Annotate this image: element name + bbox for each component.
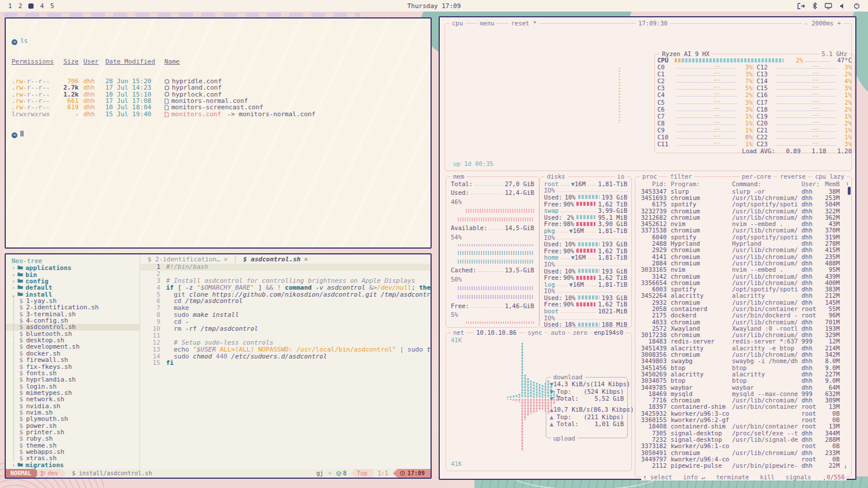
tree-folder-migrations[interactable]: ›migrations <box>6 462 139 468</box>
proc-tab[interactable]: proc <box>640 173 659 180</box>
tree-file-plymouth.sh[interactable]: │ $plymouth.sh <box>6 416 139 422</box>
workspace-4[interactable]: 4 <box>40 2 44 10</box>
process-row[interactable]: 2058containerd/usr/bin/containerroot55M0… <box>639 305 848 312</box>
logout-icon[interactable] <box>797 3 805 9</box>
process-row[interactable]: 18408containerd-shim/usr/bin/containerro… <box>639 423 848 430</box>
process-row[interactable]: 2488HyprlandHyprlanddhh278M0.1 <box>639 240 848 246</box>
editor-pane[interactable]: $ 2-identification…×│$ asdcontrol.sh× 1#… <box>141 254 431 469</box>
menu-tab[interactable]: menu <box>477 20 496 27</box>
process-row[interactable]: 2572XwaylandXwayland :0 -rootldhh193M0.0 <box>639 325 848 331</box>
code-line[interactable]: 10 rm -rf /tmp/asdcontrol <box>141 326 431 332</box>
workspace-5[interactable]: 5 <box>50 2 54 10</box>
update-interval[interactable]: - 2000ms + <box>802 20 843 27</box>
process-command: /usr/lib/chromium/ <box>732 246 801 253</box>
process-row[interactable]: 3452264alacrittyalacrittydhh212M0.0 <box>639 293 848 299</box>
footer-signals[interactable]: signals <box>786 474 822 480</box>
tree-file-network.sh[interactable]: │ $network.sh <box>6 396 139 402</box>
display-icon[interactable] <box>825 3 832 9</box>
tree-file-ruby.sh[interactable]: │ $ruby.sh <box>6 435 139 442</box>
process-row[interactable]: 3033165nvimnvim --embed .dhh95M0.0 <box>639 267 848 273</box>
process-row[interactable]: 7716chromium/usr/lib/chromium/dhh309M0.0 <box>639 397 848 404</box>
net-auto[interactable]: auto <box>549 329 568 336</box>
mem-tab[interactable]: mem <box>451 173 466 180</box>
process-row[interactable]: 2175dockerd/usr/bin/dockerd -root96M0.0 <box>639 312 848 319</box>
process-row[interactable]: 6175spotify/opt/spotify/spotidhh504M0.1 <box>639 201 848 208</box>
tree-file-firewall.sh[interactable]: │ $firewall.sh <box>6 357 139 363</box>
process-row[interactable]: 18469mysqldmysqld --max-conne999632M0.0 <box>639 390 848 397</box>
footer-info[interactable]: info ↵ <box>683 474 716 480</box>
process-row[interactable]: 3356654chromium/usr/lib/chromium/dhh400M… <box>639 279 848 286</box>
code-line[interactable]: 1#!/bin/bash <box>141 264 431 271</box>
workspace-1[interactable]: 1 <box>8 2 12 10</box>
process-row[interactable]: 2932chromium/usr/lib/chromium/dhh145M0.0 <box>639 299 848 305</box>
buffer-tab[interactable]: $ asdcontrol.sh× <box>243 256 308 263</box>
process-row[interactable]: 6003spotify/opt/spotify/spotidhh383M0.0 <box>639 286 848 292</box>
process-row[interactable]: 3371538chromium/usr/lib/chromium/dhh370M… <box>639 227 848 234</box>
process-row[interactable]: 3425932kworker/u96:3-coroot0B0.0 <box>639 410 848 416</box>
process-row[interactable]: 7232signal-desktop/usr/lib/signal-dedhh2… <box>639 436 848 442</box>
file-name[interactable]: monitors.conf -> monitors-normal.conf <box>159 111 315 117</box>
process-row[interactable]: 3449785waybarwaybardhh64M0.0 <box>639 384 848 390</box>
net-tab[interactable]: net <box>451 329 466 336</box>
process-row[interactable]: 3360155kworker/u96:2-gfroot0B0.0 <box>639 416 848 423</box>
process-row[interactable]: 3008356chromium/usr/lib/chromium/dhh342M… <box>639 351 848 357</box>
process-row[interactable]: 2929chromium/usr/lib/chromium/dhh415M0.0 <box>639 247 848 253</box>
filter-tab[interactable]: filter <box>668 173 694 180</box>
tree-file-xtras.sh[interactable]: │ $xtras.sh <box>6 455 139 461</box>
tree-file-hyprlandia.sh[interactable]: │ $hyprlandia.sh <box>6 376 139 383</box>
process-row[interactable]: 3212682chromium/usr/lib/chromium/dhh362M… <box>639 214 848 220</box>
btop-window[interactable]: cpu menu reset * 17:09:30 - 2000ms + up … <box>439 16 856 480</box>
neovim-window[interactable]: Neo-tree ›applications›bin›config›defaul… <box>5 253 432 479</box>
code-area[interactable]: 1#!/bin/bash23# Install asdcontrol for c… <box>141 264 431 367</box>
power-icon[interactable] <box>854 3 860 9</box>
process-command: /usr/lib/chromium/ <box>732 279 801 286</box>
workspace-active[interactable] <box>28 3 34 9</box>
file-name[interactable]: hyprland.conf <box>159 84 222 91</box>
process-header[interactable]: Pid:Program:Command:User:MemBCpu%↑ <box>639 180 848 188</box>
prompt-line[interactable]: ➜ <box>12 131 425 138</box>
process-row[interactable]: 4141chromium/usr/lib/chromium/dhh235M0.0 <box>639 253 848 260</box>
cpu-tab[interactable]: cpu <box>450 20 465 27</box>
workspace-switcher[interactable]: 1245 <box>0 2 54 10</box>
volume-icon[interactable] <box>840 3 846 9</box>
process-row[interactable]: 3034075btopbtopdhh9.0M0.0 <box>639 378 848 384</box>
process-row[interactable]: 2112pipewire-pulse/usr/bin/pipewire-dhh2… <box>639 462 848 468</box>
terminal-window[interactable]: ➜ls PermissionsSizeUserDate ModifiedName… <box>5 17 432 249</box>
tree-folder-applications[interactable]: ›applications <box>6 265 139 271</box>
disks-tab[interactable]: disks <box>545 173 568 180</box>
workspace-2[interactable]: 2 <box>19 2 23 10</box>
process-row[interactable]: 3451693chromium/usr/lib/chromium/dhh253M… <box>639 194 848 201</box>
process-row[interactable]: 6040spotify/opt/spotify/spotidhh319M0.2 <box>639 234 848 240</box>
process-row[interactable]: 7305signal-desktop/proc/self/exe --tdhh3… <box>639 430 848 436</box>
footer-select[interactable]: ↑ select <box>643 474 683 480</box>
process-row[interactable]: 18483redis-serverredis-server *:63799912… <box>639 338 848 345</box>
process-row[interactable]: 2884chromium/usr/lib/chromium/dhh488M0.0 <box>639 260 848 266</box>
process-row[interactable]: 3451456btopbtopdhh9.0M0.0 <box>639 364 848 371</box>
io-tab[interactable]: io <box>615 173 627 180</box>
footer-kill[interactable]: kill <box>760 474 785 480</box>
reverse-toggle[interactable]: reverse <box>778 173 808 180</box>
process-row[interactable]: 3373182kworker/u96:1-coroot0B0.0 <box>639 443 848 449</box>
footer-terminate[interactable]: terminate <box>716 474 760 480</box>
process-row[interactable]: 4033chromium/usr/lib/chromium/dhh701M0.0 <box>639 319 848 325</box>
process-row[interactable]: 3142chromium/usr/lib/chromium/dhh439M0.0 <box>639 273 848 279</box>
process-row[interactable]: 3450269alacrittyalacrittydhh227M0.0 <box>639 371 848 377</box>
reset-tab[interactable]: reset * <box>509 20 539 27</box>
code-line[interactable]: 15fi <box>141 360 431 367</box>
process-row[interactable]: 3452612nvimnvim --embed .dhh43M0.0 <box>639 220 848 227</box>
code-line[interactable]: 14 sudo chmod 440 /etc/sudoers.d/asdcont… <box>141 353 431 360</box>
net-sync[interactable]: sync <box>525 329 545 336</box>
process-row[interactable]: 3449797kworker/u96:4-coroot0B0.0 <box>639 456 848 462</box>
net-zero[interactable]: zero <box>571 329 590 336</box>
process-row[interactable]: 3050491chromium/usr/lib/chromium/dhh233M… <box>639 449 848 456</box>
process-row[interactable]: 3449803swaybgswaybg -i /home/dhdhh8.0M0.… <box>639 358 848 364</box>
buffer-tab[interactable]: $ 2-identification…× <box>148 256 227 263</box>
process-row[interactable]: 3017238chromium/usr/lib/chromium/dhh329M… <box>639 332 848 338</box>
process-row[interactable]: 3451439alacrittyalacritty -e btopdhh214M… <box>639 345 848 351</box>
process-row[interactable]: 3453347slurpslurp -ordhh38M0.0 <box>639 188 848 194</box>
process-row[interactable]: 3232739chromium/usr/lib/chromium/dhh322M… <box>639 208 848 214</box>
process-scrollbar[interactable] <box>848 187 851 195</box>
process-row[interactable]: 18397containerd-shim/usr/bin/containerro… <box>639 404 848 410</box>
bluetooth-icon[interactable] <box>812 2 817 9</box>
per-core-toggle[interactable]: per-core <box>740 173 774 180</box>
